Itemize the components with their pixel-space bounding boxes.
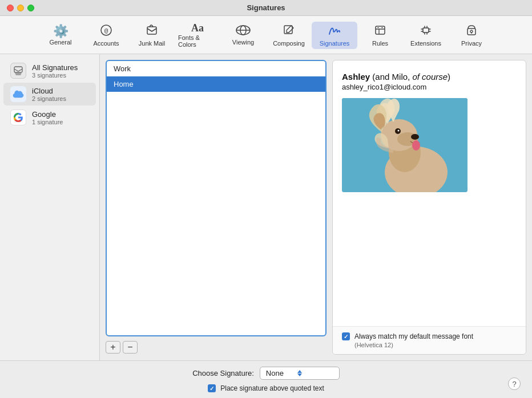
privacy-label: Privacy xyxy=(461,40,482,47)
composing-label: Composing xyxy=(273,40,305,47)
viewing-icon xyxy=(236,25,251,38)
sig-list-item-home[interactable]: Home xyxy=(107,76,325,92)
icloud-count: 2 signatures xyxy=(32,95,66,102)
minimize-button[interactable] xyxy=(17,5,24,11)
signature-name-suffix: (and Milo, xyxy=(370,72,412,82)
sig-list-item-work[interactable]: Work xyxy=(107,61,325,76)
signatures-icon xyxy=(327,24,342,39)
add-signature-button[interactable]: + xyxy=(106,341,120,354)
font-hint: (Helvetica 12) xyxy=(354,342,517,348)
signature-name-bold: Ashley xyxy=(342,72,370,82)
choose-signature-row: Choose Signature: None xyxy=(192,367,340,380)
all-signatures-icon xyxy=(10,63,26,79)
all-signatures-text: All Signatures 3 signatures xyxy=(32,63,78,79)
extensions-icon xyxy=(419,24,433,39)
signature-name-italic: of course xyxy=(412,72,448,82)
sidebar-item-google[interactable]: Google 1 signature xyxy=(3,106,96,129)
toolbar-item-junk-mail[interactable]: Junk Mail xyxy=(129,22,175,49)
svg-rect-12 xyxy=(467,29,475,35)
general-label: General xyxy=(49,39,71,46)
toolbar-item-signatures[interactable]: Signatures xyxy=(312,22,357,49)
toolbar-item-rules[interactable]: Rules xyxy=(357,22,403,49)
maximize-button[interactable] xyxy=(27,5,34,11)
sidebar-item-all-signatures[interactable]: All Signatures 3 signatures xyxy=(3,59,96,82)
font-match-label: Always match my default message font xyxy=(354,332,473,340)
bottom-bar: Choose Signature: None Place signature a… xyxy=(0,360,532,398)
signatures-panel: Work Home + − xyxy=(100,54,332,360)
select-arrow-icon xyxy=(297,370,302,376)
fonts-colors-icon: Aa xyxy=(191,23,204,33)
general-icon: ⚙️ xyxy=(53,25,68,38)
rules-icon xyxy=(374,24,386,39)
icloud-text: iCloud 2 signatures xyxy=(32,87,66,102)
accounts-label: Accounts xyxy=(93,40,119,47)
choose-signature-label: Choose Signature: xyxy=(192,369,254,377)
viewing-label: Viewing xyxy=(232,39,254,46)
toolbar: ⚙️ General @ Accounts Junk Mail Aa Fonts… xyxy=(0,16,532,54)
svg-point-21 xyxy=(411,134,419,140)
remove-signature-button[interactable]: − xyxy=(123,341,138,354)
toolbar-item-composing[interactable]: Composing xyxy=(266,22,312,49)
sidebar-item-icloud[interactable]: iCloud 2 signatures xyxy=(3,83,96,105)
signature-preview-panel: Ashley (and Milo, of course) ashley_rico… xyxy=(332,60,526,355)
svg-point-23 xyxy=(398,130,400,132)
google-icon xyxy=(10,109,26,125)
title-bar: Signatures xyxy=(0,0,532,16)
signatures-toolbar: + − xyxy=(106,340,327,355)
toolbar-item-extensions[interactable]: Extensions xyxy=(403,22,449,49)
signature-name-end: ) xyxy=(448,72,450,82)
toolbar-item-fonts-colors[interactable]: Aa Fonts & Colors xyxy=(175,21,220,50)
place-signature-checkbox[interactable] xyxy=(208,384,216,392)
place-signature-row: Place signature above quoted text xyxy=(208,384,324,392)
google-name: Google xyxy=(32,110,63,119)
signatures-label: Signatures xyxy=(320,40,350,47)
toolbar-item-viewing[interactable]: Viewing xyxy=(220,23,266,48)
accounts-icon: @ xyxy=(100,24,112,39)
svg-rect-10 xyxy=(376,26,385,34)
toolbar-item-general[interactable]: ⚙️ General xyxy=(38,23,83,48)
choose-signature-select[interactable]: None xyxy=(260,367,340,380)
junk-mail-icon xyxy=(146,24,158,39)
sidebar: All Signatures 3 signatures iCloud 2 sig… xyxy=(0,54,100,360)
signature-preview-content: Ashley (and Milo, of course) ashley_rico… xyxy=(333,60,526,326)
help-button[interactable]: ? xyxy=(508,377,521,390)
toolbar-item-accounts[interactable]: @ Accounts xyxy=(83,22,129,49)
traffic-lights xyxy=(7,5,34,11)
privacy-icon xyxy=(465,24,478,39)
icloud-name: iCloud xyxy=(32,87,66,95)
extensions-label: Extensions xyxy=(410,40,441,47)
font-match-row: Always match my default message font xyxy=(342,332,517,340)
junk-mail-label: Junk Mail xyxy=(139,40,165,47)
svg-point-24 xyxy=(412,140,420,151)
svg-rect-2 xyxy=(147,27,156,34)
google-text: Google 1 signature xyxy=(32,110,63,125)
close-button[interactable] xyxy=(7,5,14,11)
choose-signature-value: None xyxy=(266,369,284,377)
svg-text:@: @ xyxy=(104,27,108,34)
font-match-checkbox[interactable] xyxy=(342,332,350,340)
signature-image xyxy=(342,98,467,192)
all-signatures-name: All Signatures xyxy=(32,63,78,72)
google-count: 1 signature xyxy=(32,119,63,125)
rules-label: Rules xyxy=(372,40,388,47)
icloud-icon xyxy=(10,86,26,102)
toolbar-item-privacy[interactable]: Privacy xyxy=(449,22,494,49)
all-signatures-count: 3 signatures xyxy=(32,72,78,79)
signature-name-line: Ashley (and Milo, of course) xyxy=(342,72,517,82)
signature-email: ashley_rico1@icloud.com xyxy=(342,83,517,91)
signature-preview-footer: Always match my default message font (He… xyxy=(333,326,526,354)
composing-icon xyxy=(283,24,295,39)
window-title: Signatures xyxy=(247,3,285,12)
svg-point-13 xyxy=(470,30,473,33)
signatures-list: Work Home xyxy=(106,60,327,336)
main-content: All Signatures 3 signatures iCloud 2 sig… xyxy=(0,54,532,360)
place-signature-label: Place signature above quoted text xyxy=(220,384,324,392)
fonts-colors-label: Fonts & Colors xyxy=(178,34,217,48)
svg-rect-11 xyxy=(423,28,429,33)
